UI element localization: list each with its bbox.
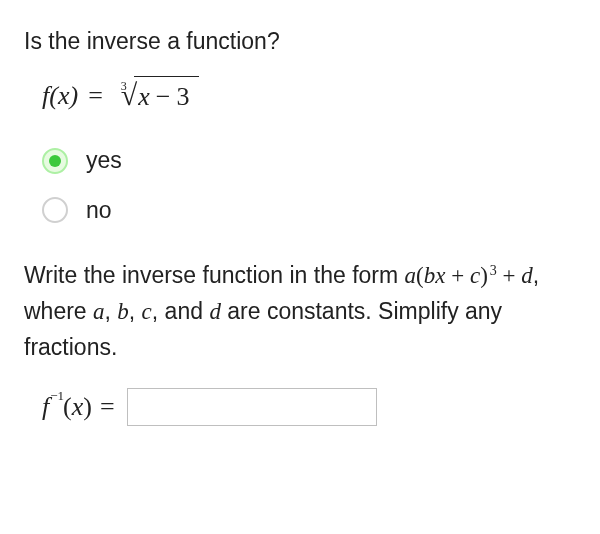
answer-close: ) xyxy=(83,387,92,427)
q2-a: a xyxy=(405,263,417,288)
option-no[interactable]: no xyxy=(42,193,576,229)
q2-sep1: , xyxy=(105,298,118,324)
q2-exp: 3 xyxy=(490,263,497,278)
formula-equals: = xyxy=(88,76,103,116)
answer-fn: f xyxy=(42,387,49,427)
radicand-const: 3 xyxy=(176,82,189,111)
option-yes-label: yes xyxy=(86,143,122,179)
page: Is the inverse a function? f(x) = 3 √ x−… xyxy=(0,0,600,427)
formula-fn: f xyxy=(42,76,49,116)
q2-const-d: d xyxy=(209,299,221,324)
q2-c: c xyxy=(470,263,480,288)
q2-plus: + xyxy=(445,263,469,288)
question-is-inverse-function: Is the inverse a function? xyxy=(24,24,576,60)
q2-const-a: a xyxy=(93,299,105,324)
radicand: x−3 xyxy=(134,76,199,117)
q2-pre: Write the inverse function in the form xyxy=(24,262,405,288)
answer-equals: = xyxy=(100,387,115,427)
radicand-var: x xyxy=(138,82,150,111)
radical-icon: √ xyxy=(121,80,137,110)
formula-var: x xyxy=(58,76,70,116)
option-no-label: no xyxy=(86,193,112,229)
inverse-function-input[interactable] xyxy=(127,388,377,426)
radio-yes[interactable] xyxy=(42,148,68,174)
answer-exp: −1 xyxy=(50,386,64,406)
q2-sep2: , xyxy=(129,298,142,324)
radio-no[interactable] xyxy=(42,197,68,223)
cube-root: 3 √ x−3 xyxy=(115,76,200,117)
q2-open: ( xyxy=(416,263,424,288)
q2-close: ) xyxy=(480,263,488,288)
q2-x: x xyxy=(435,263,445,288)
radio-options: yes no xyxy=(42,143,576,228)
answer-open: ( xyxy=(63,387,72,427)
formula-close: ) xyxy=(69,76,78,116)
question-write-inverse: Write the inverse function in the form a… xyxy=(24,258,576,365)
q2-form: a(bx + c)3 + d xyxy=(405,263,533,288)
function-formula: f(x) = 3 √ x−3 xyxy=(42,76,576,117)
radicand-op: − xyxy=(156,82,171,111)
q2-const-c: c xyxy=(142,299,152,324)
option-yes[interactable]: yes xyxy=(42,143,576,179)
formula-open: ( xyxy=(49,76,58,116)
answer-var: x xyxy=(72,387,84,427)
q2-plus2: + xyxy=(497,263,521,288)
answer-row: f−1(x) = xyxy=(42,387,576,427)
question1-text: Is the inverse a function? xyxy=(24,28,280,54)
q2-sep3: , and xyxy=(152,298,210,324)
q2-b: b xyxy=(424,263,436,288)
q2-const-b: b xyxy=(117,299,129,324)
q2-d: d xyxy=(521,263,533,288)
